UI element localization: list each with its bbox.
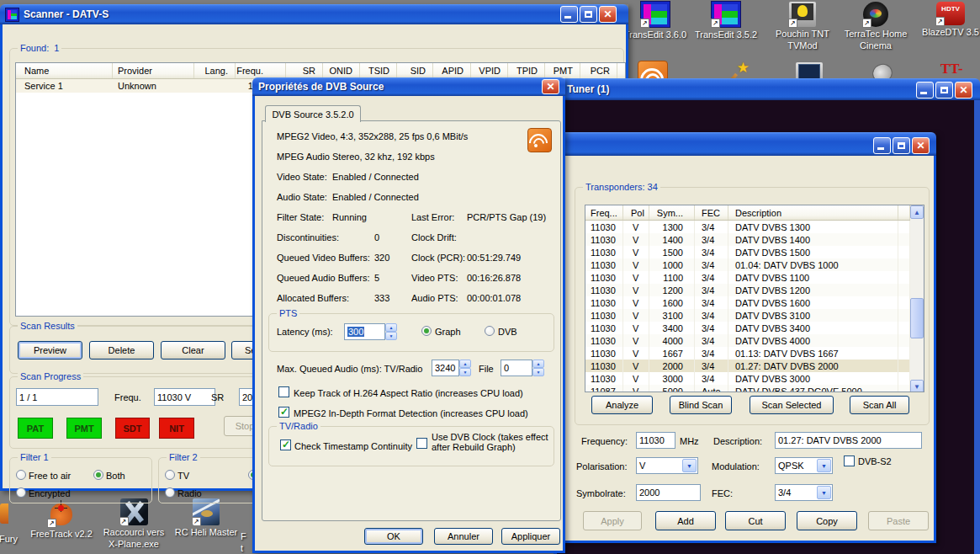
analyze-button[interactable]: Analyze <box>591 396 653 414</box>
maximize-button[interactable] <box>580 6 597 23</box>
spin-up-icon[interactable]: ▲ <box>459 360 471 368</box>
progress-field[interactable]: 1 / 1 <box>16 388 98 406</box>
latency-stepper[interactable]: ▲▼ <box>385 323 397 340</box>
copy-button[interactable]: Copy <box>797 511 857 530</box>
transponder-row[interactable]: 11030V20003/401.27: DATV DVBS 2000 <box>585 360 924 372</box>
maximize-button[interactable] <box>935 82 953 99</box>
column-header[interactable]: Sym... <box>649 205 695 220</box>
tv-radio[interactable] <box>165 470 175 480</box>
desktop-icon-transedit-360[interactable]: TransEdit 3.6.0 <box>622 1 689 40</box>
transponder-row[interactable]: 11030V16673/401.13: DATV DVBS 1667 <box>585 347 924 360</box>
latency-field[interactable]: 300 <box>344 323 385 340</box>
dvb-radio[interactable] <box>485 326 495 336</box>
scan-selected-button[interactable]: Scan Selected <box>750 396 834 414</box>
column-header[interactable]: Freq... <box>585 205 623 220</box>
transponder-row[interactable]: 11030V30003/4DATV DVBS 3000 <box>585 372 924 385</box>
both-radio[interactable] <box>93 470 103 480</box>
frequency-field[interactable]: 11030 <box>636 432 675 449</box>
blind-scan-button[interactable]: Blind Scan <box>670 396 732 414</box>
spin-down-icon[interactable]: ▼ <box>385 332 397 340</box>
column-header[interactable]: Pol <box>623 205 649 220</box>
transponder-row[interactable]: 11030V15003/4DATV DVBS 1500 <box>585 246 924 258</box>
desktop-icon-blazedtv[interactable]: HDTV BlazeDTV 3.5 <box>917 2 980 37</box>
column-header[interactable]: TPID <box>508 63 545 78</box>
cut-button[interactable]: Cut <box>725 511 786 530</box>
max-queued-stepper[interactable]: ▲▼ <box>459 360 471 376</box>
transponder-row[interactable]: 11030V34003/4DATV DVBS 3400 <box>585 322 924 334</box>
ok-button[interactable]: OK <box>364 528 423 545</box>
tab-dvb-source[interactable]: DVB Source 3.5.2.0 <box>265 105 361 122</box>
transponder-row[interactable]: 11030V10003/401.04: DATV DVBS 1000 <box>585 258 924 271</box>
column-header[interactable]: Name <box>16 63 113 78</box>
close-button[interactable]: ✕ <box>955 82 972 99</box>
clear-button[interactable]: Clear <box>161 341 225 360</box>
transponder-row[interactable]: 11030V31003/4DATV DVBS 3100 <box>585 309 924 322</box>
dialog-titlebar[interactable]: Propriétés de DVB Source <box>252 77 565 96</box>
transponder-row[interactable]: 11030V14003/4DATV DVBS 1400 <box>585 233 924 246</box>
apply-button[interactable]: Apply <box>583 511 642 530</box>
spin-up-icon[interactable]: ▲ <box>385 323 397 332</box>
fury-icon-fragment[interactable] <box>0 503 8 524</box>
column-header[interactable]: Lang. <box>194 63 236 78</box>
desktop-icon-xplane[interactable]: Raccourci vers X-Plane.exe <box>100 498 167 549</box>
minimize-button[interactable] <box>560 6 578 23</box>
scroll-down-button[interactable]: ▼ <box>910 380 924 392</box>
file-field[interactable]: 0 <box>501 360 532 376</box>
add-button[interactable]: Add <box>655 511 716 530</box>
chevron-down-icon[interactable]: ▼ <box>682 459 697 472</box>
minimize-button[interactable] <box>873 137 891 154</box>
table-header-row[interactable]: Freq... Pol Sym... FEC Description <box>585 205 924 221</box>
apply-button[interactable]: Appliquer <box>501 528 560 545</box>
free-to-air-radio[interactable] <box>16 470 26 480</box>
mpeg2-checkbox[interactable] <box>278 407 289 418</box>
maximize-button[interactable] <box>893 137 910 154</box>
column-header[interactable]: APID <box>433 63 471 78</box>
transponder-row[interactable]: 11030V13003/4DATV DVBS 1300 <box>585 221 924 233</box>
paste-button[interactable]: Paste <box>868 511 929 530</box>
description-field[interactable]: 01.27: DATV DVBS 2000 <box>775 432 922 449</box>
column-header[interactable]: FEC <box>695 205 728 220</box>
scrollbar-thumb[interactable] <box>910 298 924 338</box>
desktop-icon-pouchin-tnt[interactable]: Pouchin TNT TVMod <box>769 2 836 51</box>
close-button[interactable]: ✕ <box>912 137 930 154</box>
transponder-row[interactable]: 11030V16003/4DATV DVBS 1600 <box>585 296 924 309</box>
transponder-table[interactable]: Freq... Pol Sym... FEC Description 11030… <box>585 205 924 392</box>
modulation-select[interactable]: QPSK▼ <box>775 457 833 474</box>
column-header[interactable]: PCR <box>580 63 617 78</box>
desktop-icon-freetrack[interactable]: FreeTrack v2.2 <box>28 500 95 539</box>
graph-radio[interactable] <box>421 326 432 336</box>
transponder-row[interactable]: 11030V12003/4DATV DVBS 1200 <box>585 284 924 296</box>
column-header[interactable]: Description <box>728 205 898 220</box>
spin-up-icon[interactable]: ▲ <box>532 360 544 368</box>
desktop-icon-terratec[interactable]: TerraTec Home Cinema <box>842 2 909 51</box>
column-header[interactable]: VPID <box>471 63 508 78</box>
polarisation-select[interactable]: V▼ <box>636 457 698 474</box>
file-stepper[interactable]: ▲▼ <box>532 360 544 376</box>
desktop-icon-transedit-352[interactable]: TransEdit 3.5.2 <box>692 1 760 40</box>
h264-checkbox[interactable] <box>278 386 289 397</box>
fec-select[interactable]: 3/4▼ <box>775 484 833 501</box>
scanner-titlebar[interactable]: Scanner - DATV-S <box>0 4 628 24</box>
desktop-icon-rcheli[interactable]: RC Heli Master <box>172 498 240 537</box>
desktop-icon-tt[interactable]: TT- <box>940 61 963 77</box>
dvbclock-checkbox[interactable] <box>416 438 427 449</box>
frequ-field[interactable]: 11030 V <box>154 388 215 406</box>
column-header[interactable]: SID <box>397 63 433 78</box>
scan-all-button[interactable]: Scan All <box>850 396 909 414</box>
radio-radio[interactable] <box>165 487 175 498</box>
minimize-button[interactable] <box>916 82 934 99</box>
close-button[interactable]: ✕ <box>599 6 617 23</box>
delete-button[interactable]: Delete <box>89 341 154 360</box>
chevron-down-icon[interactable]: ▼ <box>817 486 831 499</box>
column-header[interactable]: Provider <box>113 63 194 78</box>
spin-down-icon[interactable]: ▼ <box>532 368 544 376</box>
transponder-row[interactable]: 11087V5000AutoDATV DVBS 437 DG0VE 5000 <box>585 385 924 392</box>
max-queued-field[interactable]: 3240 <box>432 360 459 376</box>
spin-down-icon[interactable]: ▼ <box>459 368 471 376</box>
column-header[interactable]: ONID <box>323 63 360 78</box>
transponder-row[interactable]: 11030V11003/4DATV DVBS 1100 <box>585 271 924 284</box>
column-header[interactable]: Frequ. <box>236 63 286 78</box>
encrypted-radio[interactable] <box>16 487 26 498</box>
vertical-scrollbar[interactable]: ▲ ▼ <box>910 205 924 392</box>
cancel-button[interactable]: Annuler <box>434 528 493 545</box>
